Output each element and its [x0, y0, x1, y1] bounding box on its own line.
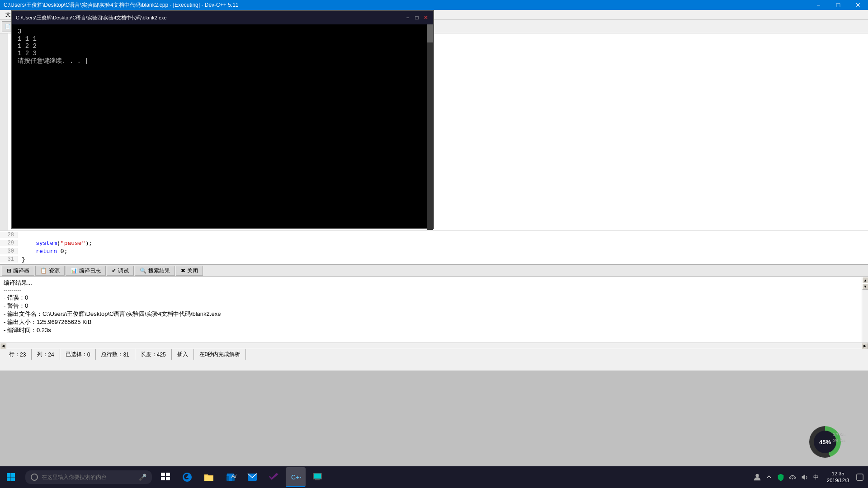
mail-icon[interactable]: [242, 467, 262, 487]
tab-compile-log[interactable]: 📊 编译日志: [66, 266, 106, 276]
maximize-btn[interactable]: □: [828, 0, 848, 10]
tab-debug[interactable]: ✔ 调试: [107, 266, 134, 276]
console-line-4: 1 2 3: [18, 50, 428, 57]
speaker-icon: [800, 473, 808, 481]
console-window-buttons: − □ ✕: [404, 14, 429, 21]
console-minimize-btn[interactable]: −: [404, 14, 411, 21]
tab-search[interactable]: 🔍 搜索结果: [135, 266, 175, 276]
clock-area[interactable]: 12:35 2019/12/3: [823, 470, 853, 484]
status-col: 列： 24: [32, 349, 60, 360]
horiz-scroll-left-btn[interactable]: ◀: [0, 343, 6, 349]
horiz-scroll-right-btn[interactable]: ▶: [862, 343, 868, 349]
svg-point-15: [755, 474, 759, 477]
code-line-30: 30 return 0;: [0, 247, 868, 255]
search-bar[interactable]: 🎤: [25, 470, 152, 484]
network-tray-icon[interactable]: [788, 473, 797, 482]
console-titlebar: C:\Users\王俊辉\Desktop\C语言\实验四\实验4文档中代码\bl…: [12, 11, 433, 24]
person-icon-svg: [753, 473, 761, 481]
compiler-scroll-up[interactable]: ▲: [862, 277, 868, 283]
taskview-icon[interactable]: [156, 467, 175, 487]
close-btn[interactable]: ✕: [848, 0, 868, 10]
svg-rect-0: [7, 473, 11, 477]
status-length: 长度： 425: [135, 349, 172, 360]
minimize-btn[interactable]: −: [808, 0, 828, 10]
cursor-blink: [86, 58, 87, 64]
search-input[interactable]: [42, 474, 135, 480]
status-row: 行： 23: [4, 349, 32, 360]
console-scrollbar[interactable]: [427, 24, 433, 230]
compiler-output-title: 编译结果...: [4, 279, 221, 287]
file-explorer-svg: [203, 472, 214, 483]
clock-date: 2019/12/3: [827, 477, 849, 484]
horiz-scroll-track: [6, 343, 862, 349]
vs-svg: [269, 472, 279, 483]
compiler-area: 中止 Shorten compiler paths 编译结果... ------…: [0, 277, 862, 343]
notification-icon: [856, 473, 864, 481]
notification-tray-icon[interactable]: [855, 473, 864, 482]
gauge-stats: 0.7 K/s 0% K/s: [832, 432, 845, 443]
svg-rect-6: [161, 477, 165, 480]
show-hidden-tray-icon[interactable]: [764, 473, 774, 482]
code-lines-area: 28 29 system("pause"); 30 return 0; 31 }: [0, 230, 868, 264]
tab-resources[interactable]: 📋 资源: [35, 266, 65, 276]
person-tray-icon[interactable]: [753, 473, 762, 482]
console-scrollbar-thumb[interactable]: [427, 24, 433, 42]
windows-logo-icon: [6, 473, 15, 482]
vs-icon[interactable]: [264, 467, 284, 487]
speaker-tray-icon[interactable]: [800, 473, 809, 482]
compiler-output-line-1: - 警告：0: [4, 302, 221, 310]
system-tray: 中 12:35 2019/12/3: [749, 466, 868, 488]
ide-titlebar: C:\Users\王俊辉\Desktop\C语言\实验四\实验4文档中代码\bl…: [0, 0, 868, 10]
compiler-scrollbar-right[interactable]: ▲ ▼: [862, 277, 868, 343]
start-button[interactable]: [0, 466, 22, 488]
edge-icon[interactable]: [177, 467, 197, 487]
tab-close[interactable]: ✖ 关闭: [176, 266, 203, 276]
microphone-icon[interactable]: 🎤: [139, 474, 146, 481]
svg-rect-1: [11, 473, 15, 477]
tab-resources-label: 资源: [49, 267, 60, 275]
console-dialog: C:\Users\王俊辉\Desktop\C语言\实验四\实验4文档中代码\bl…: [11, 10, 434, 229]
tab-debug-label: 调试: [118, 267, 129, 275]
gauge-up-speed: 0.7 K/s: [832, 432, 845, 438]
compiler-scroll-down[interactable]: ▼: [862, 283, 868, 290]
file-explorer-icon[interactable]: [199, 467, 219, 487]
cpu-gauge: 45% 0.7 K/s 0% K/s: [809, 428, 845, 455]
console-line-5: 请按任意键继续. . .: [18, 57, 428, 65]
ide-title-text: C:\Users\王俊辉\Desktop\C语言\实验四\实验4文档中代码\bl…: [4, 1, 238, 9]
status-selected: 已选择： 0: [60, 349, 96, 360]
ime-label: 中: [813, 474, 819, 481]
clock-time: 12:35: [832, 470, 844, 477]
tab-resources-icon: 📋: [40, 267, 47, 274]
console-maximize-btn[interactable]: □: [413, 14, 420, 21]
tab-search-icon: 🔍: [140, 267, 146, 274]
tab-debug-icon: ✔: [112, 267, 116, 274]
devcpp-icon[interactable]: C++: [286, 467, 306, 487]
monitor-icon[interactable]: [307, 467, 327, 487]
console-close-btn[interactable]: ✕: [422, 14, 429, 21]
bottom-tabs-bar: ⊞ 编译器 📋 资源 📊 编译日志 ✔ 调试 🔍 搜索结果 ✖ 关闭: [0, 264, 868, 277]
tab-close-label: 关闭: [187, 267, 198, 275]
svg-rect-7: [166, 477, 170, 480]
ime-tray-icon[interactable]: 中: [811, 473, 821, 482]
network-icon: [788, 473, 797, 481]
console-line-3: 1 2 2: [18, 42, 428, 50]
devcpp-svg: C++: [290, 471, 301, 482]
ai-label: Ai: [231, 473, 236, 479]
horizontal-scrollbar: ◀ ▶: [0, 343, 868, 349]
status-mode: 插入: [172, 349, 194, 360]
code-line-31: 31 }: [0, 255, 868, 263]
chevron-up-icon: [766, 474, 772, 480]
compiler-output-line-4: - 编译时间：0.23s: [4, 326, 221, 334]
shield-tray-icon[interactable]: [776, 473, 785, 482]
gauge-down-speed: 0% K/s: [832, 438, 845, 444]
svg-rect-13: [315, 479, 320, 480]
search-circle-icon: [31, 474, 38, 481]
status-total: 总行数： 31: [96, 349, 135, 360]
tab-compile-log-icon: 📊: [71, 267, 77, 274]
svg-point-16: [792, 478, 793, 479]
tab-compiler[interactable]: ⊞ 编译器: [2, 266, 34, 276]
svg-rect-17: [857, 474, 863, 480]
svg-rect-2: [7, 478, 11, 482]
cpu-gauge-container: 45% 0.7 K/s 0% K/s: [809, 428, 845, 465]
code-line-28: 28: [0, 231, 868, 239]
